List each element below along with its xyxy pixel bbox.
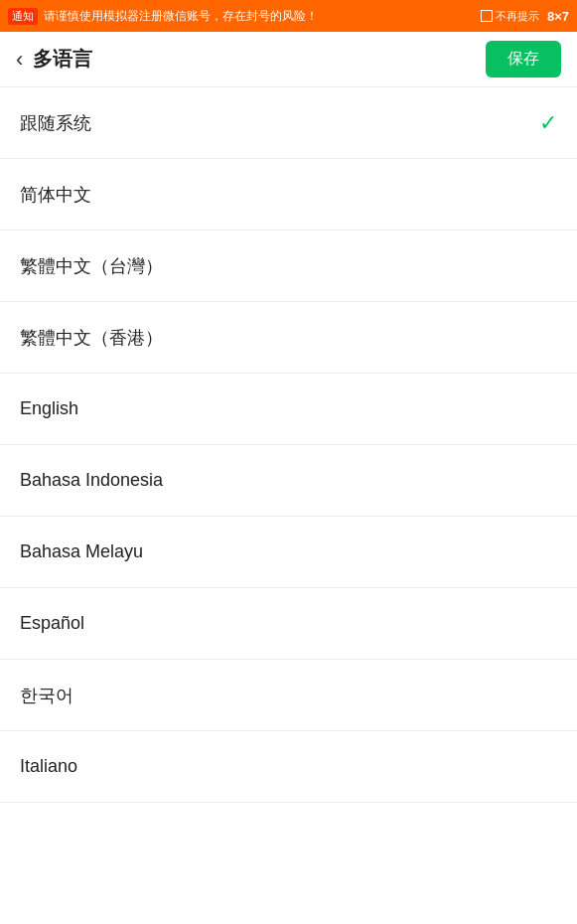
- list-item[interactable]: 跟随系统✓: [0, 87, 577, 159]
- notification-text: 请谨慎使用模拟器注册微信账号，存在封号的风险！: [44, 8, 473, 25]
- page-title: 多语言: [33, 46, 92, 73]
- language-label: Italiano: [20, 756, 77, 777]
- language-label: 简体中文: [20, 183, 91, 207]
- notification-tag: 通知: [8, 8, 38, 25]
- selected-check-icon: ✓: [539, 110, 557, 136]
- no-remind-checkbox[interactable]: [481, 10, 493, 22]
- language-label: Bahasa Indonesia: [20, 470, 163, 491]
- language-label: Bahasa Melayu: [20, 541, 143, 562]
- header: ‹ 多语言 保存: [0, 32, 577, 87]
- language-label: 跟随系统: [20, 111, 91, 135]
- language-label: 繁體中文（台灣）: [20, 254, 163, 278]
- list-item[interactable]: Italiano: [0, 731, 577, 803]
- notification-bar: 通知 请谨慎使用模拟器注册微信账号，存在封号的风险！ 不再提示 8×7: [0, 0, 577, 32]
- header-left: ‹ 多语言: [16, 46, 92, 73]
- language-label: English: [20, 398, 78, 419]
- list-item[interactable]: 한국어: [0, 660, 577, 731]
- list-item[interactable]: Bahasa Melayu: [0, 517, 577, 588]
- save-button[interactable]: 保存: [486, 41, 561, 77]
- language-label: Español: [20, 613, 84, 634]
- language-label: 한국어: [20, 684, 73, 707]
- back-icon[interactable]: ‹: [16, 47, 23, 73]
- language-label: 繁體中文（香港）: [20, 326, 163, 350]
- notification-no-remind-area[interactable]: 不再提示: [481, 9, 539, 24]
- list-item[interactable]: 繁體中文（香港）: [0, 302, 577, 374]
- no-remind-label: 不再提示: [496, 9, 539, 24]
- list-item[interactable]: 简体中文: [0, 159, 577, 231]
- language-list: 跟随系统✓简体中文繁體中文（台灣）繁體中文（香港）EnglishBahasa I…: [0, 87, 577, 803]
- list-item[interactable]: Bahasa Indonesia: [0, 445, 577, 517]
- list-item[interactable]: 繁體中文（台灣）: [0, 231, 577, 302]
- list-item[interactable]: English: [0, 374, 577, 445]
- notification-close-button[interactable]: 8×7: [547, 9, 569, 24]
- list-item[interactable]: Español: [0, 588, 577, 660]
